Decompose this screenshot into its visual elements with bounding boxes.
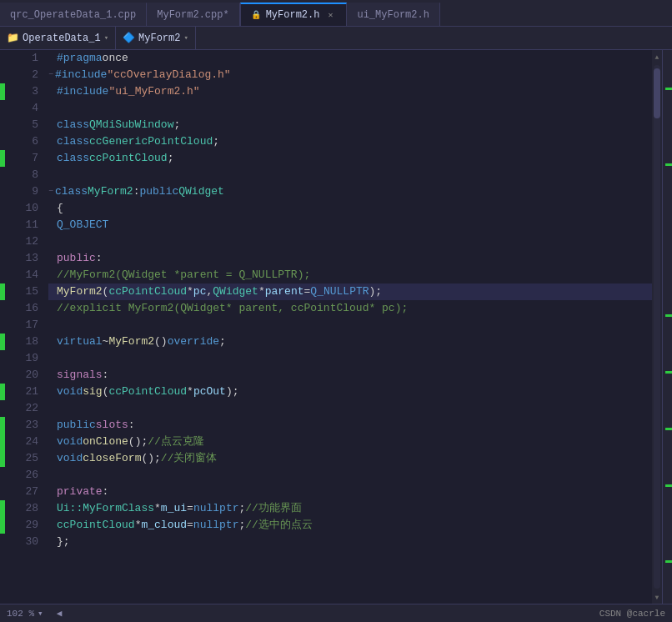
dropdown-dd-class[interactable]: 🔷MyForm2▾ [116, 27, 196, 49]
line-numbers: 1234567891011121314151617181920212223242… [5, 50, 45, 604]
code-line-12 [48, 233, 652, 250]
close-icon[interactable]: ✕ [324, 9, 336, 21]
code-line-18: virtual ~MyForm2() override; [48, 334, 652, 350]
code-line-21: void sig(ccPointCloud* pcOut); [48, 384, 652, 400]
code-line-1: #pragma once [48, 50, 652, 67]
code-line-17 [48, 317, 652, 334]
code-line-3: #include "ui_MyForm2.h" [48, 83, 652, 100]
scroll-track[interactable] [654, 65, 660, 589]
line-num-5: 5 [5, 117, 38, 133]
code-line-16: //explicit MyForm2(QWidget* parent, ccPo… [48, 300, 652, 317]
dropdown-bar: 📁OperateData_1▾🔷MyForm2▾ [0, 27, 672, 50]
chevron-down-icon: ▾ [183, 33, 188, 43]
line-num-19: 19 [5, 350, 38, 367]
overview-mark-23 [665, 484, 672, 487]
overview-mark-20 [665, 428, 672, 430]
line-num-30: 30 [5, 534, 38, 550]
lock-icon: 🔒 [251, 10, 261, 20]
code-line-23: public slots: [48, 417, 652, 434]
code-line-8 [48, 167, 652, 183]
fold-marker-2[interactable]: − [48, 67, 53, 83]
tab-tab-qrc[interactable]: qrc_OperateData_1.cpp [0, 3, 147, 26]
overview-mark-14 [665, 314, 672, 317]
tab-tab-myform2-cpp[interactable]: MyForm2.cpp* [147, 3, 239, 26]
line-num-29: 29 [5, 517, 38, 534]
dropdown-icon: 📁 [7, 32, 19, 44]
code-lines: #pragma once−#include "ccOverlayDialog.h… [48, 50, 652, 550]
code-line-6: class ccGenericPointCloud; [48, 133, 652, 150]
scroll-left-btn[interactable]: ◀ [57, 608, 63, 619]
dropdown-label: OperateData_1 [23, 33, 101, 44]
line-num-22: 22 [5, 400, 38, 417]
code-line-29: ccPointCloud* m_cloud = nullptr; //选中的点云 [48, 517, 652, 534]
dropdown-icon: 🔷 [123, 32, 135, 44]
code-line-13: public: [48, 250, 652, 267]
line-num-3: 3 [5, 83, 38, 100]
line-num-20: 20 [5, 367, 38, 384]
tab-label: MyForm2.cpp* [157, 9, 228, 21]
line-num-23: 23 [5, 417, 38, 434]
code-line-15: MyForm2(ccPointCloud* pc, QWidget *paren… [48, 283, 652, 300]
overview-mark-17 [665, 371, 672, 374]
code-content[interactable]: #pragma once−#include "ccOverlayDialog.h… [45, 50, 652, 604]
line-num-17: 17 [5, 317, 38, 334]
line-num-1: 1 [5, 50, 38, 67]
chevron-down-icon: ▾ [104, 33, 108, 43]
status-text: CSDN @cacrle [599, 609, 665, 619]
line-num-2: 2 [5, 67, 38, 83]
tab-tab-ui-myform2-h[interactable]: ui_MyForm2.h [347, 3, 439, 26]
code-line-24: void onClone(); //点云克隆 [48, 434, 652, 450]
zoom-chevron: ▾ [38, 608, 43, 619]
line-num-12: 12 [5, 233, 38, 250]
line-num-8: 8 [5, 167, 38, 183]
overview-mark-2 [665, 88, 672, 90]
code-line-20: signals: [48, 367, 652, 384]
code-line-19 [48, 350, 652, 367]
scroll-down-arrow[interactable]: ▼ [652, 590, 662, 604]
overview-bar [662, 50, 672, 604]
code-line-27: private: [48, 484, 652, 500]
line-num-18: 18 [5, 334, 38, 350]
code-line-30: }; [48, 534, 652, 550]
code-line-5: class QMdiSubWindow; [48, 117, 652, 133]
code-line-11: Q_OBJECT [48, 217, 652, 233]
overview-mark-27 [665, 560, 672, 563]
overview-mark-6 [665, 163, 672, 166]
zoom-control[interactable]: 102 % ▾ [7, 608, 43, 619]
line-num-27: 27 [5, 484, 38, 500]
line-num-24: 24 [5, 434, 38, 450]
tab-tab-myform2-h[interactable]: 🔒MyForm2.h✕ [240, 3, 348, 26]
dropdown-label: MyForm2 [138, 33, 180, 44]
code-line-7: class ccPointCloud; [48, 150, 652, 167]
code-line-26 [48, 467, 652, 484]
line-num-13: 13 [5, 250, 38, 267]
code-line-25: void closeForm();//关闭窗体 [48, 450, 652, 467]
dropdown-dd-project[interactable]: 📁OperateData_1▾ [0, 27, 116, 49]
line-num-15: 15 [5, 283, 38, 300]
scroll-thumb[interactable] [654, 68, 660, 118]
line-num-11: 11 [5, 217, 38, 233]
line-num-7: 7 [5, 150, 38, 167]
line-num-16: 16 [5, 300, 38, 317]
line-num-10: 10 [5, 200, 38, 217]
line-num-14: 14 [5, 267, 38, 283]
tab-bar: qrc_OperateData_1.cppMyForm2.cpp*🔒MyForm… [0, 0, 672, 27]
code-line-2: −#include "ccOverlayDialog.h" [48, 67, 652, 83]
scroll-up-arrow[interactable]: ▲ [652, 50, 662, 63]
zoom-value: 102 % [7, 609, 34, 619]
fold-marker-9[interactable]: − [48, 183, 53, 200]
line-num-26: 26 [5, 467, 38, 484]
code-line-4 [48, 100, 652, 117]
line-num-28: 28 [5, 500, 38, 517]
code-line-14: //MyForm2(QWidget *parent = Q_NULLPTR); [48, 267, 652, 283]
right-scrollbar[interactable]: ▲ ▼ [652, 50, 662, 604]
code-line-22 [48, 400, 652, 417]
code-line-10: { [48, 200, 652, 217]
tab-label: MyForm2.h [266, 9, 320, 21]
code-line-28: Ui::MyFormClass* m_ui = nullptr; //功能界面 [48, 500, 652, 517]
line-num-4: 4 [5, 100, 38, 117]
code-line-9: −class MyForm2 :public QWidget [48, 183, 652, 200]
line-num-9: 9 [5, 183, 38, 200]
line-num-21: 21 [5, 384, 38, 400]
code-area: 1234567891011121314151617181920212223242… [0, 50, 672, 604]
